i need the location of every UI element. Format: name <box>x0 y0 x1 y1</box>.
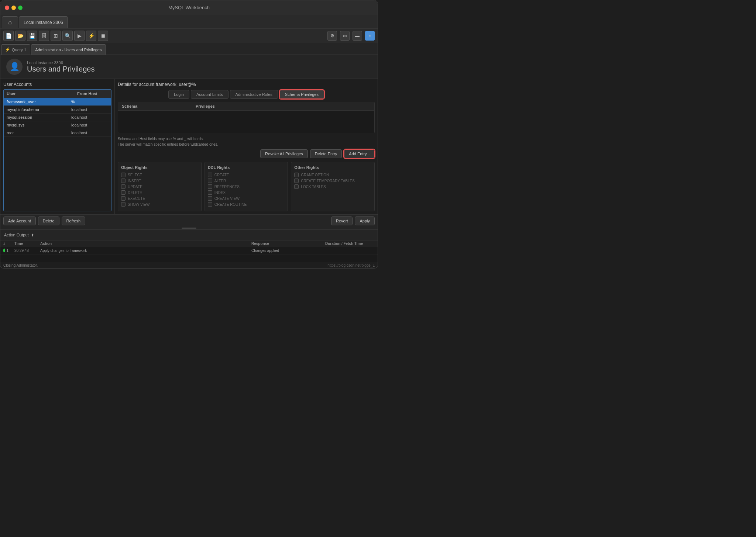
ddl-rights-group: DDL Rights CREATE ALTER REFERENCES <box>205 162 288 211</box>
status-bar-text: Closing Administator. <box>3 263 38 267</box>
show-view-label: SHOW VIEW <box>128 202 150 207</box>
grant-option-checkbox[interactable] <box>294 173 299 177</box>
user-cell-name: mysql.sys <box>7 123 71 127</box>
query-tab-1[interactable]: ⚡ Query 1 <box>1 44 30 55</box>
table-icon[interactable]: ⊞ <box>51 31 61 41</box>
tab-login[interactable]: Login <box>168 90 189 99</box>
user-row[interactable]: root localhost <box>4 129 111 137</box>
save-sql-icon[interactable]: 💾 <box>27 31 37 41</box>
open-sql-icon[interactable]: 📂 <box>15 31 25 41</box>
output-col-time: Time <box>11 242 37 246</box>
exec2-icon[interactable]: ⚡ <box>86 31 96 41</box>
tab-account-limits[interactable]: Account Limits <box>191 90 228 99</box>
user-cell-host: localhost <box>71 115 108 119</box>
create-view-checkbox[interactable] <box>208 196 212 201</box>
output-table-header: # Time Action Response Duration / Fetch … <box>0 240 378 247</box>
delete-checkbox[interactable] <box>121 190 126 195</box>
schema-hint: Schema and Host fields may use % and _ w… <box>118 136 375 147</box>
output-icon[interactable]: ▪ <box>365 31 375 41</box>
new-sql-icon[interactable]: 📄 <box>3 31 14 41</box>
home-tab[interactable]: ⌂ <box>2 16 18 28</box>
output-col-action: Action <box>37 242 248 246</box>
schema-table-header: Schema Privileges <box>118 102 374 111</box>
revoke-all-button[interactable]: Revoke All Privileges <box>260 149 308 158</box>
detail-header: Details for account framework_user@% <box>118 82 375 87</box>
add-entry-button[interactable]: Add Entry... <box>344 149 375 158</box>
privilege-item: CREATE <box>208 173 285 177</box>
bottom-buttons-right: Revert Apply <box>331 216 375 225</box>
create-checkbox[interactable] <box>208 173 212 177</box>
privileges-section: Object Rights SELECT INSERT UPDATE <box>118 162 375 211</box>
schema-table: Schema Privileges <box>118 102 375 133</box>
action-output-title: Action Output <box>4 233 29 237</box>
execute-label: EXECUTE <box>128 197 145 201</box>
select-checkbox[interactable] <box>121 173 126 177</box>
stop-icon[interactable]: ⏹ <box>98 31 108 41</box>
refresh-button[interactable]: Refresh <box>62 216 86 225</box>
other-rights-title: Other Rights <box>294 165 371 170</box>
inspect-icon[interactable]: 🔍 <box>62 31 73 41</box>
output-cell-num: 1 <box>0 249 11 253</box>
user-col-header: User <box>4 90 74 98</box>
insert-checkbox[interactable] <box>121 179 126 183</box>
title-bar: MySQL Workbench <box>0 0 378 15</box>
page-header-instance: Local instance 3306 <box>27 60 94 65</box>
alter-label: ALTER <box>214 179 226 183</box>
output-cell-response: Changes applied <box>248 249 322 253</box>
add-account-button[interactable]: Add Account <box>3 216 36 225</box>
create-routine-checkbox[interactable] <box>208 202 212 207</box>
query-tab-admin[interactable]: Administration - Users and Privileges <box>31 44 106 55</box>
lock-tables-checkbox[interactable] <box>294 184 299 189</box>
tab-schema-privileges[interactable]: Schema Privileges <box>279 90 324 99</box>
close-button[interactable] <box>5 6 9 10</box>
execute-checkbox[interactable] <box>121 196 126 201</box>
output-row: 1 20:29:48 Apply changes to framework Ch… <box>0 247 378 254</box>
revert-button[interactable]: Revert <box>331 216 353 225</box>
privilege-item: DELETE <box>121 190 198 195</box>
alter-checkbox[interactable] <box>208 179 212 183</box>
status-success-icon <box>3 249 5 252</box>
privilege-item: CREATE TEMPORARY TABLES <box>294 179 371 183</box>
apply-button[interactable]: Apply <box>355 216 375 225</box>
exec-icon[interactable]: ▶ <box>74 31 85 41</box>
index-checkbox[interactable] <box>208 190 212 195</box>
output-col-num: # <box>0 242 11 246</box>
privilege-item: UPDATE <box>121 184 198 189</box>
privilege-item: ALTER <box>208 179 285 183</box>
show-view-checkbox[interactable] <box>121 202 126 207</box>
user-cell-name: mysql.session <box>7 115 71 119</box>
user-row[interactable]: mysql.session localhost <box>4 114 111 121</box>
content-area: 👤 Local instance 3306 Users and Privileg… <box>0 55 378 214</box>
privilege-item: INSERT <box>121 179 198 183</box>
maximize-button[interactable] <box>18 6 23 10</box>
references-checkbox[interactable] <box>208 184 212 189</box>
create-label: CREATE <box>214 173 229 177</box>
settings-icon[interactable]: ⚙ <box>327 31 337 41</box>
instance-tab[interactable]: Local instance 3306 <box>19 16 68 28</box>
db-icon[interactable]: 🗄 <box>39 31 49 41</box>
user-row[interactable]: framework_user % <box>4 98 111 106</box>
user-row[interactable]: mysql.infoschema localhost <box>4 106 111 114</box>
main-content: 👤 Local instance 3306 Users and Privileg… <box>0 55 378 268</box>
privilege-item: SHOW VIEW <box>121 202 198 207</box>
object-rights-group: Object Rights SELECT INSERT UPDATE <box>118 162 202 211</box>
delete-button[interactable]: Delete <box>38 216 59 225</box>
action-output: Action Output ⬆ # Time Action Response D… <box>0 229 378 262</box>
delete-entry-button[interactable]: Delete Entry <box>310 149 342 158</box>
user-cell-host: localhost <box>71 123 108 127</box>
panel-icon[interactable]: ▬ <box>353 31 362 41</box>
update-checkbox[interactable] <box>121 184 126 189</box>
create-temp-checkbox[interactable] <box>294 179 299 183</box>
privilege-item: CREATE VIEW <box>208 196 285 201</box>
tab-administrative-roles[interactable]: Administrative Roles <box>230 90 278 99</box>
action-output-arrow-icon[interactable]: ⬆ <box>31 233 34 237</box>
minimize-button[interactable] <box>11 6 16 10</box>
lightning-icon: ⚡ <box>5 47 10 52</box>
user-row[interactable]: mysql.sys localhost <box>4 121 111 129</box>
ddl-rights-title: DDL Rights <box>208 165 285 170</box>
sidebar-icon[interactable]: ▭ <box>340 31 350 41</box>
host-col-header: From Host <box>74 90 111 98</box>
query-tab-admin-label: Administration - Users and Privileges <box>35 48 102 52</box>
other-rights-group: Other Rights GRANT OPTION CREATE TEMPORA… <box>291 162 375 211</box>
page-header: 👤 Local instance 3306 Users and Privileg… <box>0 55 378 79</box>
